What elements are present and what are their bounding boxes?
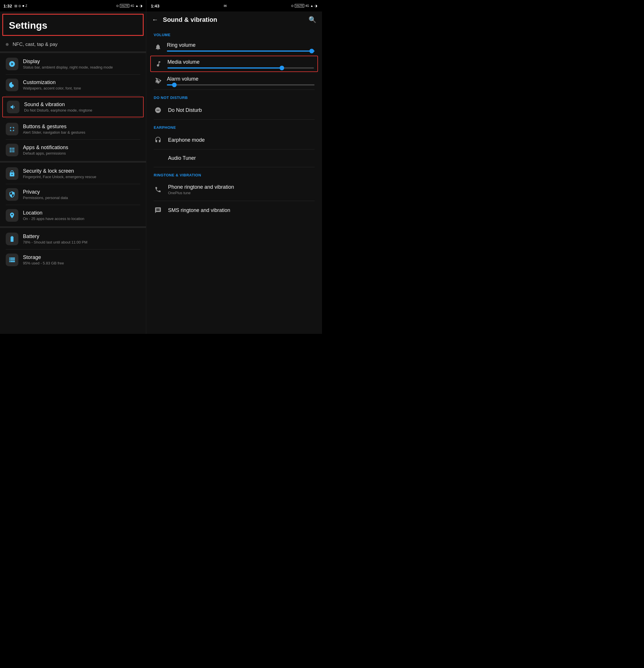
whatsapp-icon: ◎ (18, 4, 21, 8)
privacy-icon (9, 191, 15, 198)
volume-section-label: VOLUME (149, 28, 319, 39)
back-button[interactable]: ← (152, 16, 158, 24)
settings-item-customization[interactable]: Customization Wallpapers, accent color, … (0, 75, 146, 95)
ring-volume-slider[interactable] (167, 50, 315, 51)
alarm-volume-label: Alarm volume (167, 76, 315, 82)
media-volume-item[interactable]: Media volume (150, 56, 318, 72)
battery-subtitle: 78% - Should last until about 11:00 PM (23, 240, 88, 244)
nfc-dot-icon (6, 43, 9, 46)
ringtone-section-label: RINGTONE & VIBRATION (149, 168, 319, 180)
earphone-mode-text: Earphone mode (168, 137, 205, 143)
location-icon (9, 212, 15, 219)
phone-ringtone-title: Phone ringtone and vibration (168, 184, 234, 190)
nfc-item[interactable]: NFC, cast, tap & pay (0, 38, 146, 51)
sms-ringtone-title: SMS ringtone and vibration (168, 207, 230, 213)
right-divider-4 (154, 167, 315, 167)
privacy-text: Privacy Permissions, personal data (23, 189, 68, 200)
time-left: 1:32 (3, 3, 12, 8)
dnd-icon (154, 107, 162, 113)
customization-icon-box (6, 79, 18, 91)
page-header: ← Sound & vibration 🔍 (146, 12, 322, 28)
settings-item-security[interactable]: Security & lock screen Fingerprint, Face… (0, 163, 146, 184)
audio-tuner-text: Audio Tuner (168, 155, 196, 161)
customization-subtitle: Wallpapers, accent color, font, tone (23, 86, 81, 90)
earphone-mode-item[interactable]: Earphone mode (149, 132, 319, 148)
thin-divider-2 (6, 95, 140, 95)
settings-item-battery[interactable]: Battery 78% - Should last until about 11… (0, 229, 146, 249)
ring-volume-item[interactable]: Ring volume (149, 39, 319, 55)
alarm-volume-slider[interactable] (167, 84, 315, 86)
earphone-section-label: EARPHONE (149, 121, 319, 132)
settings-item-privacy[interactable]: Privacy Permissions, personal data (0, 184, 146, 205)
media-volume-fill (167, 67, 282, 69)
apps-subtitle: Default apps, permissions (23, 151, 68, 155)
dnd-section-label: DO NOT DISTURB (149, 91, 319, 102)
signal-bars-left: ▲ (135, 4, 138, 7)
location-subtitle: On - 25 apps have access to location (23, 216, 84, 221)
audio-tuner-item[interactable]: Audio Tuner (149, 151, 319, 166)
audio-tuner-title: Audio Tuner (168, 155, 196, 161)
bell-icon (154, 44, 162, 50)
dnd-item[interactable]: Do Not Disturb (149, 102, 319, 118)
display-title: Display (23, 59, 113, 64)
settings-item-buttons[interactable]: Buttons & gestures Alert Slider, navigat… (0, 119, 146, 139)
battery-icon-right: ◑ (315, 4, 318, 8)
settings-header: Settings (2, 14, 144, 36)
wifi-icon-right: ⊙ (291, 4, 294, 8)
dnd-title: Do Not Disturb (168, 107, 202, 113)
volte-badge-left: VoLTE (120, 4, 129, 7)
storage-subtitle: 95% used - 5.83 GB free (23, 261, 64, 265)
page-title: Sound & vibration (163, 16, 304, 24)
search-icon[interactable]: 🔍 (308, 16, 316, 24)
settings-list: Display Status bar, ambient display, nig… (0, 54, 146, 334)
phone-ringtone-subtitle: OnePlus tune (168, 191, 234, 195)
settings-item-apps[interactable]: Apps & notifications Default apps, permi… (0, 140, 146, 160)
phone-ringtone-icon (154, 186, 162, 193)
buttons-subtitle: Alert Slider, navigation bar & gestures (23, 130, 86, 135)
phone-ringtone-item[interactable]: Phone ringtone and vibration OnePlus tun… (149, 180, 319, 200)
phone-ringtone-text: Phone ringtone and vibration OnePlus tun… (168, 184, 234, 195)
buttons-text: Buttons & gestures Alert Slider, navigat… (23, 124, 86, 135)
battery-text: Battery 78% - Should last until about 11… (23, 233, 88, 244)
buttons-icon-box (6, 123, 18, 135)
customization-text: Customization Wallpapers, accent color, … (23, 79, 81, 90)
security-text: Security & lock screen Fingerprint, Face… (23, 168, 96, 179)
settings-item-sound[interactable]: Sound & vibration Do Not Disturb, earpho… (2, 97, 144, 117)
divider-3 (0, 226, 146, 228)
security-subtitle: Fingerprint, Face Unlock, emergency resc… (23, 175, 96, 179)
security-icon (9, 170, 15, 177)
settings-item-display[interactable]: Display Status bar, ambient display, nig… (0, 54, 146, 74)
4g-icon-left: 4G (131, 4, 134, 7)
time-right: 1:43 (151, 3, 159, 8)
security-title: Security & lock screen (23, 168, 96, 174)
sms-ringtone-item[interactable]: SMS ringtone and vibration (149, 202, 319, 218)
message-icon: ▤ (14, 4, 17, 8)
status-icon-3: ■ (22, 4, 25, 7)
privacy-title: Privacy (23, 189, 68, 195)
ring-volume-control: Ring volume (167, 42, 315, 51)
settings-item-storage[interactable]: Storage 95% used - 5.83 GB free (0, 249, 146, 270)
music-note-icon (154, 61, 163, 67)
display-icon-box (6, 58, 18, 70)
sound-subtitle: Do Not Disturb, earphone mode, ringtone (24, 108, 92, 112)
apps-icon (9, 147, 15, 153)
right-divider-2 (154, 119, 315, 120)
left-panel: 1:32 ▤ ◎ ■ Z ⊙ VoLTE 4G ▲ ◑ Settings NFC… (0, 0, 146, 334)
location-text: Location On - 25 apps have access to loc… (23, 210, 84, 221)
sound-text: Sound & vibration Do Not Disturb, earpho… (24, 102, 92, 112)
ring-volume-fill (167, 50, 315, 51)
customization-title: Customization (23, 79, 81, 86)
mail-icon: ✉ (224, 4, 227, 8)
volte-badge-right: VoLTE (295, 4, 304, 7)
customization-icon (9, 81, 15, 88)
sound-icon (10, 104, 17, 110)
settings-item-location[interactable]: Location On - 25 apps have access to loc… (0, 205, 146, 226)
alarm-volume-item[interactable]: Alarm volume (149, 73, 319, 88)
storage-title: Storage (23, 254, 64, 260)
storage-icon-box (6, 254, 18, 266)
divider-1 (0, 51, 146, 53)
apps-icon-box (6, 144, 18, 156)
media-volume-slider[interactable] (167, 67, 314, 69)
alarm-volume-control: Alarm volume (167, 76, 315, 86)
media-volume-label: Media volume (167, 59, 314, 65)
